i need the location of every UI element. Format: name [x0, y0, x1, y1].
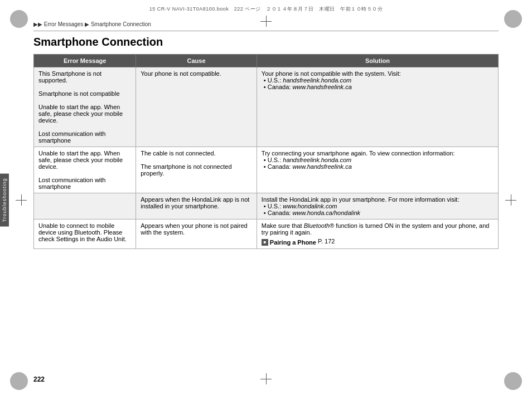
breadcrumb-item-2: Smartphone Connection — [91, 21, 151, 27]
page-title: Smartphone Connection — [33, 36, 499, 48]
link-3-2: www.honda.ca/hondalink — [292, 209, 360, 216]
breadcrumb-item-1: Error Messages — [44, 21, 84, 27]
error-text-4: Unable to connect to mobile device using… — [38, 222, 131, 242]
corner-decoration-br — [504, 372, 522, 390]
cause-cell-4: Appears when your phone is not paired wi… — [136, 219, 257, 249]
col-header-solution: Solution — [257, 55, 498, 67]
bullet-1-2: Canada: www.handsfreelink.ca — [264, 84, 494, 90]
bullet-3-1: U.S.: www.hondalink.com — [264, 203, 494, 209]
corner-decoration-tr — [504, 10, 522, 28]
link-1-2: www.handsfreelink.ca — [292, 84, 351, 90]
cause-cell-1: Your phone is not compatible. — [136, 67, 257, 147]
solution-cell-1: Your phone is not compatible with the sy… — [257, 67, 498, 147]
error-cell-2: Unable to start the app. When safe, plea… — [34, 147, 136, 193]
page-number: 222 — [33, 375, 45, 383]
bullet-2-2: Canada: www.handsfreelink.ca — [264, 163, 494, 170]
solution-text-1: Your phone is not compatible with the sy… — [262, 70, 494, 77]
corner-decoration-tl — [10, 10, 28, 28]
link-2-1: handsfreelink.honda.com — [283, 157, 351, 163]
bullet-3-2: Canada: www.honda.ca/hondalink — [264, 209, 494, 216]
top-rule — [33, 31, 499, 31]
col-header-error: Error Message — [34, 55, 136, 67]
breadcrumb-separator-2: ▶ — [85, 21, 89, 27]
link-3-1: www.hondalink.com — [283, 203, 337, 209]
error-cell-3 — [34, 193, 136, 219]
bullet-2-1: U.S.: handsfreelink.honda.com — [264, 157, 494, 163]
bullet-1-1: U.S.: handsfreelink.honda.com — [264, 77, 494, 84]
cause-cell-3: Appears when the HondaLink app is not in… — [136, 193, 257, 219]
file-info: 15 CR-V NAVI-31T0A8100.book 222 ページ ２０１４… — [33, 6, 499, 13]
cause-cell-2: The cable is not connected. The smartpho… — [136, 147, 257, 193]
crosshair-left — [16, 194, 27, 206]
error-text-1b: Smartphone is not compatible — [38, 90, 131, 97]
ref-icon: ■ — [262, 239, 268, 246]
link-1-1: handsfreelink.honda.com — [283, 77, 351, 84]
solution-bullets-1: U.S.: handsfreelink.honda.com Canada: ww… — [262, 77, 494, 90]
pairing-ref-text: Pairing a Phone — [270, 239, 316, 246]
cause-text-2a: The cable is not connected. — [141, 150, 252, 157]
solution-text-2: Try connecting your smartphone again. To… — [262, 150, 494, 157]
solution-cell-2: Try connecting your smartphone again. To… — [257, 147, 498, 193]
cause-text-3: Appears when the HondaLink app is not in… — [141, 196, 252, 209]
solution-bullets-2: U.S.: handsfreelink.honda.com Canada: ww… — [262, 157, 494, 170]
corner-decoration-bl — [10, 372, 28, 390]
error-cell-1: This Smartphone is not supported. Smartp… — [34, 67, 136, 147]
breadcrumb: ▶▶ Error Messages ▶ Smartphone Connectio… — [33, 21, 499, 27]
pairing-ref-page: P. 172 — [318, 238, 335, 245]
col-header-cause: Cause — [136, 55, 257, 67]
cause-text-1: Your phone is not compatible. — [141, 70, 252, 77]
table-row: Appears when the HondaLink app is not in… — [34, 193, 499, 219]
error-text-2b: Lost communication with smartphone — [38, 177, 131, 190]
solution-cell-3: Install the HondaLink app in your smartp… — [257, 193, 498, 219]
pairing-ref-link: ■ Pairing a Phone — [262, 239, 316, 246]
breadcrumb-arrow: ▶▶ — [33, 21, 42, 27]
solution-text-4: Make sure that Bluetooth® function is tu… — [262, 222, 494, 236]
crosshair-bottom — [260, 373, 272, 384]
solution-bullets-3: U.S.: www.hondalink.com Canada: www.hond… — [262, 203, 494, 216]
error-text-1a: This Smartphone is not supported. — [38, 70, 131, 84]
side-tab-troubleshooting: Troubleshooting — [0, 173, 9, 226]
table-row: This Smartphone is not supported. Smartp… — [34, 67, 499, 147]
error-text-1d: Lost communication with smartphone — [38, 130, 131, 144]
crosshair-right — [505, 194, 516, 206]
cause-text-2b: The smartphone is not connected properly… — [141, 163, 252, 177]
table-row: Unable to connect to mobile device using… — [34, 219, 499, 249]
error-text-2a: Unable to start the app. When safe, plea… — [38, 150, 131, 170]
table-row: Unable to start the app. When safe, plea… — [34, 147, 499, 193]
bluetooth-label: Bluetooth — [304, 222, 330, 229]
error-text-1c: Unable to start the app. When safe, plea… — [38, 104, 131, 124]
solution-cell-4: Make sure that Bluetooth® function is tu… — [257, 219, 498, 249]
cause-text-4: Appears when your phone is not paired wi… — [141, 222, 252, 236]
main-content: ▶▶ Error Messages ▶ Smartphone Connectio… — [33, 21, 499, 372]
link-2-2: www.handsfreelink.ca — [292, 163, 351, 170]
error-table: Error Message Cause Solution This Smartp… — [33, 54, 499, 249]
solution-text-3: Install the HondaLink app in your smartp… — [262, 196, 494, 203]
error-cell-4: Unable to connect to mobile device using… — [34, 219, 136, 249]
pairing-ref: ■ Pairing a Phone P. 172 — [262, 238, 494, 246]
